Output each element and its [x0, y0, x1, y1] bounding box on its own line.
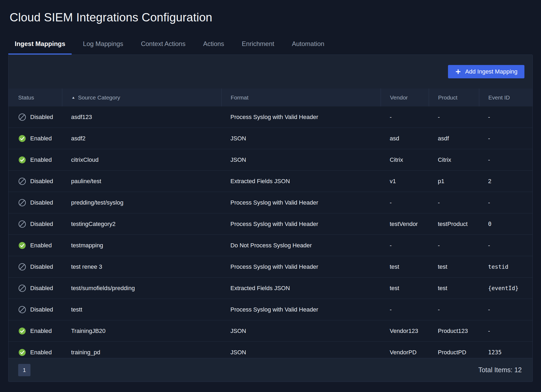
table-row[interactable]: Disabled testt Process Syslog with Valid…	[9, 299, 532, 320]
tab-enrichment[interactable]: Enrichment	[235, 40, 281, 55]
tab-label: Actions	[203, 40, 224, 47]
page-1-button[interactable]: 1	[18, 364, 30, 376]
status-cell: Enabled	[9, 241, 62, 249]
status-label: Disabled	[30, 178, 53, 185]
table-row[interactable]: Disabled asdf123 Process Syslog with Val…	[9, 106, 532, 128]
enabled-icon	[18, 156, 26, 164]
status-label: Enabled	[30, 135, 52, 142]
vendor-cell: test	[381, 263, 429, 270]
tab-label: Enrichment	[242, 40, 274, 47]
source-category-cell: testingCategory2	[62, 221, 221, 228]
disabled-icon	[18, 177, 26, 185]
source-category-cell: asdf2	[62, 135, 221, 142]
source-category-cell: TrainingJB20	[62, 328, 221, 335]
vendor-cell: asd	[381, 135, 429, 142]
table-row[interactable]: Disabled test/sumofields/predding Extrac…	[9, 278, 532, 299]
product-cell: Product123	[429, 328, 479, 335]
vendor-cell: v1	[381, 178, 429, 185]
status-cell: Enabled	[9, 348, 62, 356]
disabled-icon	[18, 306, 26, 314]
format-cell: JSON	[221, 156, 381, 163]
page: Cloud SIEM Integrations Configuration In…	[0, 11, 541, 382]
product-cell: testProduct	[429, 221, 479, 228]
column-header-product[interactable]: Product	[429, 89, 479, 106]
tab-automation[interactable]: Automation	[285, 40, 331, 55]
add-ingest-mapping-button[interactable]: Add Ingest Mapping	[448, 65, 524, 78]
format-cell: JSON	[221, 328, 381, 335]
event-id-cell: 2	[479, 178, 532, 185]
status-cell: Enabled	[9, 134, 62, 143]
product-cell: -	[429, 242, 479, 249]
column-header-status[interactable]: Status	[9, 89, 62, 106]
column-header-source-category-label: Source Category	[78, 94, 120, 101]
product-cell: test	[429, 285, 479, 292]
column-header-source-category[interactable]: ▲ Source Category	[62, 89, 221, 106]
product-cell: Citrix	[429, 156, 479, 163]
status-label: Disabled	[30, 199, 53, 206]
vendor-cell: testVendor	[381, 221, 429, 228]
product-cell: test	[429, 263, 479, 270]
disabled-icon	[18, 199, 26, 207]
column-header-status-label: Status	[18, 94, 34, 101]
status-cell: Disabled	[9, 199, 62, 207]
tab-ingest-mappings[interactable]: Ingest Mappings	[8, 40, 72, 55]
event-id-cell: 1235	[479, 349, 532, 356]
product-cell: p1	[429, 178, 479, 185]
vendor-cell: -	[381, 242, 429, 249]
column-header-format[interactable]: Format	[221, 89, 381, 106]
tab-log-mappings[interactable]: Log Mappings	[76, 40, 130, 55]
enabled-icon	[18, 134, 26, 143]
disabled-icon	[18, 263, 26, 271]
table-row[interactable]: Enabled TrainingJB20 JSON Vendor123 Prod…	[9, 320, 532, 342]
status-label: Disabled	[30, 263, 53, 270]
event-id-cell: -	[479, 114, 532, 121]
tab-context-actions[interactable]: Context Actions	[134, 40, 192, 55]
disabled-icon	[18, 113, 26, 121]
column-header-product-label: Product	[438, 94, 457, 101]
table-row[interactable]: Enabled asdf2 JSON asd asdf -	[9, 128, 532, 149]
tab-label: Log Mappings	[83, 40, 123, 47]
vendor-cell: Citrix	[381, 156, 429, 163]
add-button-label: Add Ingest Mapping	[465, 68, 517, 75]
format-cell: Extracted Fields JSON	[221, 285, 381, 292]
table-body: Disabled asdf123 Process Syslog with Val…	[9, 106, 532, 358]
event-id-cell: 0	[479, 221, 532, 227]
column-header-event-id-label: Event ID	[488, 94, 510, 101]
product-cell: -	[429, 114, 479, 121]
table-row[interactable]: Disabled testingCategory2 Process Syslog…	[9, 213, 532, 235]
vendor-cell: VendorPD	[381, 349, 429, 356]
event-id-cell: -	[479, 135, 532, 142]
format-cell: JSON	[221, 349, 381, 356]
table-header: Status ▲ Source Category Format Vendor P…	[9, 89, 532, 106]
table-row[interactable]: Enabled testmapping Do Not Process Syslo…	[9, 235, 532, 256]
plus-icon	[455, 68, 461, 75]
source-category-cell: test/sumofields/predding	[62, 285, 221, 292]
column-header-event-id[interactable]: Event ID	[479, 89, 532, 106]
status-cell: Disabled	[9, 177, 62, 185]
status-label: Disabled	[30, 306, 53, 313]
table-row[interactable]: Disabled predding/test/syslog Process Sy…	[9, 192, 532, 213]
sort-ascending-icon: ▲	[71, 95, 75, 99]
column-header-format-label: Format	[231, 94, 249, 101]
event-id-cell: -	[479, 242, 532, 249]
tab-label: Context Actions	[141, 40, 186, 47]
enabled-icon	[18, 241, 26, 249]
tab-label: Ingest Mappings	[15, 40, 65, 47]
status-label: Disabled	[30, 285, 53, 292]
column-header-vendor[interactable]: Vendor	[381, 89, 429, 106]
table-row[interactable]: Enabled training_pd JSON VendorPD Produc…	[9, 342, 532, 358]
status-cell: Disabled	[9, 220, 62, 228]
table-row[interactable]: Enabled citrixCloud JSON Citrix Citrix -	[9, 149, 532, 171]
source-category-cell: citrixCloud	[62, 156, 221, 163]
source-category-cell: pauline/test	[62, 178, 221, 185]
table-row[interactable]: Disabled test renee 3 Process Syslog wit…	[9, 256, 532, 278]
tab-actions[interactable]: Actions	[197, 40, 231, 55]
vendor-cell: Vendor123	[381, 328, 429, 335]
format-cell: Process Syslog with Valid Header	[221, 114, 381, 121]
source-category-cell: predding/test/syslog	[62, 199, 221, 206]
toolbar: Add Ingest Mapping	[9, 55, 532, 89]
total-items: Total Items: 12	[478, 366, 522, 374]
source-category-cell: testt	[62, 306, 221, 313]
table-row[interactable]: Disabled pauline/test Extracted Fields J…	[9, 171, 532, 192]
event-id-cell: -	[479, 328, 532, 335]
